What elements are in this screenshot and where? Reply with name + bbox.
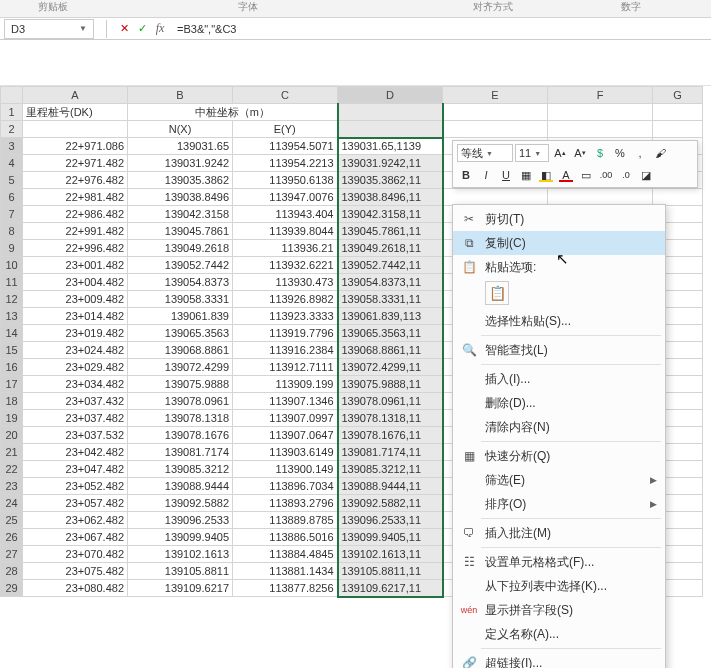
cell[interactable] — [443, 189, 548, 206]
cell[interactable]: 23+024.482 — [23, 342, 128, 359]
cell-selected[interactable]: 139042.3158,11 — [338, 206, 443, 223]
col-header-E[interactable]: E — [443, 87, 548, 104]
cell[interactable]: 23+037.532 — [23, 427, 128, 444]
cell[interactable] — [23, 121, 128, 138]
cell-selected[interactable]: 139068.8861,11 — [338, 342, 443, 359]
cell[interactable]: 22+971.086 — [23, 138, 128, 155]
cell[interactable]: 113886.5016 — [233, 529, 338, 546]
cell[interactable] — [548, 189, 653, 206]
cell[interactable]: 113907.1346 — [233, 393, 338, 410]
row-header[interactable]: 29 — [1, 580, 23, 597]
row-header[interactable]: 3 — [1, 138, 23, 155]
row-header[interactable]: 15 — [1, 342, 23, 359]
cell[interactable]: 139075.9888 — [128, 376, 233, 393]
cell[interactable]: 113919.7796 — [233, 325, 338, 342]
cell-selected[interactable]: 139052.7442,11 — [338, 257, 443, 274]
ctx-paste-special[interactable]: 选择性粘贴(S)... — [453, 309, 665, 333]
ctx-sort[interactable]: 排序(O) ▶ — [453, 492, 665, 516]
cell-selected[interactable]: 139065.3563,11 — [338, 325, 443, 342]
cell[interactable]: 113943.404 — [233, 206, 338, 223]
comma-format-icon[interactable]: , — [631, 144, 649, 162]
cell[interactable]: 23+067.482 — [23, 529, 128, 546]
cell[interactable]: 113950.6138 — [233, 172, 338, 189]
cell[interactable]: 23+075.482 — [23, 563, 128, 580]
paste-option-default[interactable]: 📋 — [485, 281, 509, 305]
cell-selected[interactable]: 139045.7861,11 — [338, 223, 443, 240]
cell-selected[interactable]: 139102.1613,11 — [338, 546, 443, 563]
cell[interactable]: 22+986.482 — [23, 206, 128, 223]
cell[interactable]: 113889.8785 — [233, 512, 338, 529]
cell[interactable]: 23+029.482 — [23, 359, 128, 376]
cell[interactable]: 139078.1318 — [128, 410, 233, 427]
cell[interactable] — [548, 104, 653, 121]
cell[interactable] — [443, 121, 548, 138]
cell-selected[interactable]: 139035.3862,11 — [338, 172, 443, 189]
cell-selected[interactable]: 139058.3331,11 — [338, 291, 443, 308]
cell-selected[interactable]: 139031.9242,11 — [338, 155, 443, 172]
cell[interactable]: 139096.2533 — [128, 512, 233, 529]
enter-icon[interactable]: ✓ — [133, 20, 151, 38]
cell[interactable]: 113926.8982 — [233, 291, 338, 308]
cell[interactable]: 22+976.482 — [23, 172, 128, 189]
cell[interactable]: 113954.5071 — [233, 138, 338, 155]
cell[interactable] — [653, 104, 703, 121]
cell[interactable]: 139088.9444 — [128, 478, 233, 495]
cell[interactable]: 23+004.482 — [23, 274, 128, 291]
col-header-A[interactable]: A — [23, 87, 128, 104]
row-header[interactable]: 2 — [1, 121, 23, 138]
cell-selected[interactable]: 139109.6217,11 — [338, 580, 443, 597]
row-header[interactable]: 16 — [1, 359, 23, 376]
cell[interactable]: 113932.6221 — [233, 257, 338, 274]
cell[interactable]: 139052.7442 — [128, 257, 233, 274]
fx-icon[interactable]: fx — [151, 20, 169, 38]
cell[interactable]: 139035.3862 — [128, 172, 233, 189]
cell[interactable]: N(X) — [128, 121, 233, 138]
col-header-C[interactable]: C — [233, 87, 338, 104]
cell-selected[interactable]: 139075.9888,11 — [338, 376, 443, 393]
cell[interactable] — [338, 121, 443, 138]
decrease-font-icon[interactable]: A▾ — [571, 144, 589, 162]
cell[interactable]: 139078.0961 — [128, 393, 233, 410]
cell[interactable]: 22+981.482 — [23, 189, 128, 206]
cell[interactable]: 23+057.482 — [23, 495, 128, 512]
row-header[interactable]: 14 — [1, 325, 23, 342]
borders-icon[interactable]: ▦ — [517, 166, 535, 184]
row-header[interactable]: 19 — [1, 410, 23, 427]
ctx-insert[interactable]: 插入(I)... — [453, 367, 665, 391]
row-header[interactable]: 9 — [1, 240, 23, 257]
ctx-delete[interactable]: 删除(D)... — [453, 391, 665, 415]
name-box[interactable]: D3 ▼ — [4, 19, 94, 39]
cell[interactable]: 139061.839 — [128, 308, 233, 325]
cell[interactable]: 里程桩号(DK) — [23, 104, 128, 121]
increase-font-icon[interactable]: A▴ — [551, 144, 569, 162]
format-painter-icon[interactable]: 🖌 — [651, 144, 669, 162]
row-header[interactable]: 5 — [1, 172, 23, 189]
row-header[interactable]: 12 — [1, 291, 23, 308]
bold-icon[interactable]: B — [457, 166, 475, 184]
row-header[interactable]: 26 — [1, 529, 23, 546]
ctx-pick-from-list[interactable]: 从下拉列表中选择(K)... — [453, 574, 665, 598]
row-header[interactable]: 8 — [1, 223, 23, 240]
cell[interactable]: 23+062.482 — [23, 512, 128, 529]
cell[interactable]: 23+034.482 — [23, 376, 128, 393]
cell[interactable]: 23+080.482 — [23, 580, 128, 597]
cell[interactable]: 113936.21 — [233, 240, 338, 257]
format-icon[interactable]: ◪ — [637, 166, 655, 184]
row-header[interactable]: 13 — [1, 308, 23, 325]
ctx-insert-comment[interactable]: 🗨 插入批注(M) — [453, 521, 665, 545]
cell[interactable] — [653, 121, 703, 138]
row-header[interactable]: 4 — [1, 155, 23, 172]
accounting-format-icon[interactable]: $ — [591, 144, 609, 162]
row-header[interactable]: 7 — [1, 206, 23, 223]
cell[interactable]: 139068.8861 — [128, 342, 233, 359]
cell[interactable]: 139049.2618 — [128, 240, 233, 257]
col-header-F[interactable]: F — [548, 87, 653, 104]
cell[interactable]: 113877.8256 — [233, 580, 338, 597]
ctx-clear-contents[interactable]: 清除内容(N) — [453, 415, 665, 439]
cell-selected[interactable]: 139085.3212,11 — [338, 461, 443, 478]
font-size-select[interactable]: 11▼ — [515, 144, 549, 162]
cell[interactable]: 113903.6149 — [233, 444, 338, 461]
cell[interactable]: 139109.6217 — [128, 580, 233, 597]
decrease-decimal-icon[interactable]: .0 — [617, 166, 635, 184]
cell[interactable]: 139102.1613 — [128, 546, 233, 563]
